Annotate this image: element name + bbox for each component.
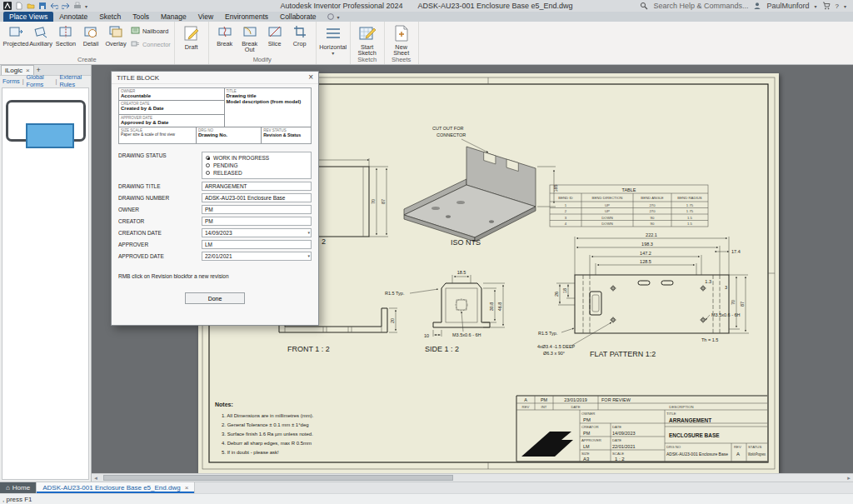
save-icon[interactable]	[38, 2, 47, 10]
start-sketch-button[interactable]: Start Sketch	[354, 24, 381, 57]
detail-view-button[interactable]: Detail	[78, 24, 103, 47]
open-icon[interactable]	[27, 2, 35, 10]
done-button[interactable]: Done	[185, 292, 245, 304]
section-view-icon	[58, 24, 73, 41]
drawing-title-input[interactable]	[202, 182, 312, 191]
scroll-right-icon[interactable]: ▸	[845, 474, 853, 482]
rev-header: INT	[541, 405, 547, 409]
document-tab[interactable]: ADSK-AU23-001 Enclosure Base e5_End.dwg …	[36, 482, 195, 493]
new-file-icon[interactable]	[15, 2, 23, 10]
break-button[interactable]: Break	[212, 24, 237, 47]
field-label: CREATOR	[118, 217, 202, 224]
home-tab[interactable]: ⌂ Home	[0, 482, 36, 493]
creator-input[interactable]	[202, 217, 312, 226]
tb-status: WorkInProgress	[748, 452, 766, 457]
cart-icon[interactable]	[822, 2, 831, 10]
dim-label: 17.4	[731, 249, 741, 254]
dialog-header[interactable]: TITLE BLOCK ×	[112, 72, 318, 84]
tab-annotate[interactable]: Annotate	[53, 12, 93, 22]
connector-button[interactable]: Connector	[131, 39, 171, 50]
detail-view-icon	[83, 24, 98, 41]
tab-environments[interactable]: Environments	[219, 12, 274, 22]
close-icon[interactable]: ×	[308, 73, 313, 82]
dim-label: 87	[740, 302, 745, 307]
ilogic-link-global-forms[interactable]: Global Forms	[27, 73, 53, 88]
break-out-button[interactable]: Break Out	[237, 24, 262, 53]
dim-label: 4xØ3.4 -1.5 DEEP	[537, 344, 576, 349]
dim-label: 198.3	[641, 242, 653, 247]
dim-label: 18	[562, 288, 567, 293]
approver-input[interactable]	[202, 240, 312, 249]
radio-pending[interactable]: PENDING	[206, 162, 307, 168]
create-panel-label[interactable]: Create	[0, 56, 174, 63]
user-name[interactable]: PaulMunford	[766, 2, 809, 10]
tab-collaborate[interactable]: Collaborate	[274, 12, 322, 22]
qat-overflow-caret-icon[interactable]: ▾	[85, 3, 87, 9]
tb-creator: PM	[583, 431, 591, 436]
sketch-panel-label[interactable]: Sketch	[351, 56, 384, 63]
dim-label: 87	[381, 199, 386, 204]
dialog-title: TITLE BLOCK	[117, 74, 308, 82]
slice-button[interactable]: Slice	[262, 24, 287, 47]
ilogic-link-forms[interactable]: Forms	[2, 77, 20, 85]
owner-row: OWNER	[112, 203, 318, 215]
tab-sketch[interactable]: Sketch	[93, 12, 127, 22]
table-cell: 1	[565, 203, 567, 207]
approved-date-row: APPROVED DATE ▾	[112, 250, 318, 262]
draft-button[interactable]: Draft	[178, 24, 205, 50]
help-icon[interactable]: ?	[836, 2, 839, 10]
creation-date-input[interactable]	[202, 228, 312, 237]
tab-manage[interactable]: Manage	[155, 12, 192, 22]
user-avatar-icon[interactable]	[753, 2, 761, 10]
search-input[interactable]: Search Help & Commands...	[653, 2, 748, 10]
search-icon[interactable]	[640, 2, 648, 10]
radio-released[interactable]: RELEASED	[206, 170, 307, 176]
projected-view-button[interactable]: Projected	[3, 24, 28, 47]
scrollbar-thumb[interactable]	[103, 475, 453, 481]
table-cell: 1.75	[686, 209, 694, 213]
dim-label: 1.3	[705, 279, 711, 284]
tab-close-icon[interactable]: ×	[185, 484, 189, 492]
form-preview-selected-box[interactable]	[26, 123, 74, 148]
help-caret-icon[interactable]: ▾	[844, 3, 846, 9]
create-stack: Nailboard Connector	[131, 24, 171, 50]
note-item: 3. Surface finish 1.6 Ra µm unless noted…	[222, 432, 313, 437]
ilogic-form-preview[interactable]	[2, 87, 89, 480]
drawing-status-row: DRAWING STATUS WORK IN PROGRESS PENDING …	[112, 150, 318, 180]
rev-header: DATE	[571, 405, 580, 409]
horizontal-caret-icon: ▾	[332, 51, 334, 56]
horizontal-scrollbar[interactable]: ◂ ▸	[92, 473, 853, 482]
scroll-left-icon[interactable]: ◂	[92, 474, 100, 482]
tb-label: APPROVER	[581, 438, 601, 442]
app-logo-icon[interactable]	[3, 2, 12, 10]
tb-owner: PM	[583, 417, 591, 422]
ribbon-options[interactable]: ▾	[322, 12, 344, 22]
crop-button[interactable]: Crop	[287, 24, 312, 47]
user-menu-caret-icon[interactable]: ▾	[815, 3, 817, 9]
new-sheet-icon	[392, 24, 411, 44]
redo-icon[interactable]	[62, 2, 70, 10]
start-sketch-icon	[358, 24, 377, 44]
section-view-button[interactable]: Section	[53, 24, 78, 47]
drawing-number-input[interactable]	[202, 193, 312, 202]
new-sheet-button[interactable]: New Sheet	[388, 24, 415, 57]
print-icon[interactable]	[73, 2, 82, 10]
overlay-view-button[interactable]: Overlay	[103, 24, 128, 47]
undo-icon[interactable]	[50, 2, 58, 10]
ilogic-link-external-rules[interactable]: External Rules	[59, 73, 88, 88]
nailboard-button[interactable]: Nailboard	[131, 26, 171, 37]
tab-place-views[interactable]: Place Views	[3, 12, 53, 22]
auxiliary-view-button[interactable]: Auxiliary	[28, 24, 53, 47]
horizontal-button[interactable]: Horizontal ▾	[320, 24, 347, 57]
tab-tools[interactable]: Tools	[127, 12, 155, 22]
modify-panel-label[interactable]: Modify	[209, 56, 316, 63]
sheets-panel-label[interactable]: Sheets	[385, 56, 418, 63]
drawing-title-row: DRAWING TITLE	[112, 180, 318, 192]
owner-input[interactable]	[202, 205, 312, 214]
approved-date-input[interactable]	[202, 252, 312, 261]
tb-label: CREATOR	[581, 425, 599, 429]
panel-create: Projected Auxiliary Section Detail Overl…	[0, 22, 175, 64]
tab-view[interactable]: View	[192, 12, 219, 22]
title-block[interactable]: A PM 23/01/2019 FOR REVIEW REV INT DATE …	[516, 396, 767, 462]
radio-work-in-progress[interactable]: WORK IN PROGRESS	[206, 155, 307, 161]
